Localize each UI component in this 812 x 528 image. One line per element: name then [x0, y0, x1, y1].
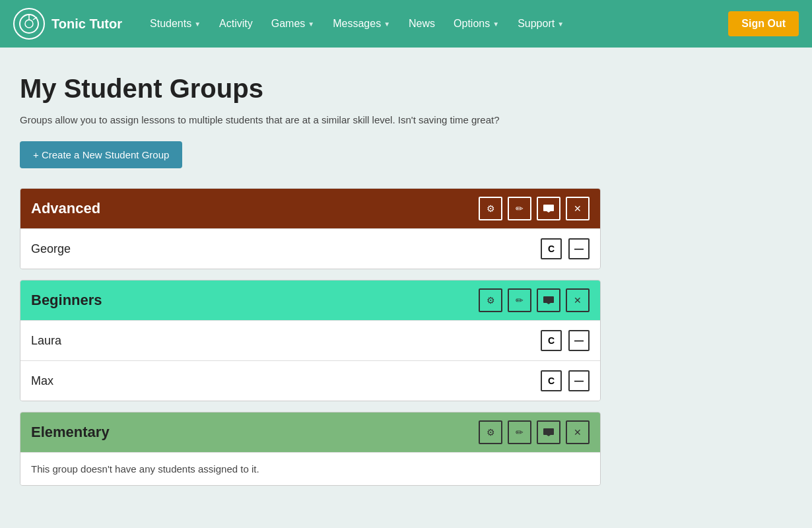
sign-out-button[interactable]: Sign Out	[728, 11, 799, 36]
student-row-max: Max C —	[20, 360, 600, 401]
group-message-button-advanced[interactable]	[537, 197, 560, 220]
nav-item-activity[interactable]: Activity	[211, 13, 261, 35]
group-edit-button-elementary[interactable]: ✏	[508, 420, 531, 444]
group-empty-message-elementary: This group doesn't have any students ass…	[20, 452, 600, 485]
student-name-george: George	[31, 242, 534, 256]
main-nav: Tonic Tutor Students ▼ Activity Games ▼ …	[0, 0, 812, 48]
svg-rect-8	[543, 428, 554, 435]
student-remove-button-max[interactable]: —	[568, 370, 590, 391]
chevron-down-icon: ▼	[308, 20, 314, 28]
student-row-george: George C —	[20, 228, 600, 269]
group-card-elementary: Elementary ⚙ ✏ ✕ This group doesn't have…	[20, 412, 601, 486]
student-name-max: Max	[31, 374, 534, 388]
chevron-down-icon: ▼	[492, 20, 499, 28]
group-settings-button-beginners[interactable]: ⚙	[479, 288, 502, 312]
student-remove-button-george[interactable]: —	[568, 238, 590, 259]
chevron-down-icon: ▼	[557, 20, 564, 28]
student-curriculum-button-george[interactable]: C	[541, 238, 562, 259]
group-delete-button-beginners[interactable]: ✕	[566, 288, 590, 312]
group-settings-button-elementary[interactable]: ⚙	[479, 420, 502, 444]
svg-rect-6	[543, 296, 554, 303]
chevron-down-icon: ▼	[384, 20, 390, 28]
page-title: My Student Groups	[20, 74, 601, 104]
student-curriculum-button-max[interactable]: C	[541, 370, 562, 391]
svg-marker-9	[547, 435, 551, 436]
svg-rect-4	[543, 205, 554, 211]
logo[interactable]: Tonic Tutor	[13, 8, 122, 40]
page-description: Groups allow you to assign lessons to mu…	[20, 114, 601, 125]
group-name-advanced: Advanced	[31, 200, 473, 217]
student-curriculum-button-laura[interactable]: C	[541, 330, 562, 351]
nav-links: Students ▼ Activity Games ▼ Messages ▼ N…	[142, 13, 728, 35]
svg-point-1	[25, 20, 33, 28]
nav-item-games[interactable]: Games ▼	[263, 13, 322, 35]
group-edit-button-beginners[interactable]: ✏	[508, 288, 531, 312]
chevron-down-icon: ▼	[194, 20, 201, 28]
nav-item-support[interactable]: Support ▼	[510, 13, 572, 35]
create-group-button[interactable]: + Create a New Student Group	[20, 141, 182, 168]
group-card-beginners: Beginners ⚙ ✏ ✕ Laura C — Max C —	[20, 280, 601, 401]
group-header-advanced: Advanced ⚙ ✏ ✕	[20, 189, 600, 228]
main-content: My Student Groups Groups allow you to as…	[0, 48, 621, 523]
nav-item-students[interactable]: Students ▼	[142, 13, 209, 35]
student-remove-button-laura[interactable]: —	[568, 330, 590, 351]
logo-title: Tonic Tutor	[51, 16, 122, 32]
group-card-advanced: Advanced ⚙ ✏ ✕ George C —	[20, 188, 601, 269]
group-header-beginners: Beginners ⚙ ✏ ✕	[20, 280, 600, 320]
student-row-laura: Laura C —	[20, 320, 600, 360]
student-name-laura: Laura	[31, 334, 534, 348]
group-message-button-elementary[interactable]	[537, 420, 560, 444]
group-name-elementary: Elementary	[31, 424, 473, 441]
nav-item-messages[interactable]: Messages ▼	[325, 13, 398, 35]
nav-item-news[interactable]: News	[401, 13, 443, 35]
group-edit-button-advanced[interactable]: ✏	[508, 197, 531, 220]
group-header-elementary: Elementary ⚙ ✏ ✕	[20, 412, 600, 452]
group-name-beginners: Beginners	[31, 292, 473, 309]
group-delete-button-advanced[interactable]: ✕	[566, 197, 590, 220]
group-delete-button-elementary[interactable]: ✕	[566, 420, 590, 444]
svg-marker-7	[547, 303, 551, 304]
group-settings-button-advanced[interactable]: ⚙	[479, 197, 502, 220]
logo-icon	[13, 8, 45, 40]
svg-marker-5	[547, 211, 551, 213]
group-message-button-beginners[interactable]	[537, 288, 560, 312]
nav-item-options[interactable]: Options ▼	[446, 13, 507, 35]
